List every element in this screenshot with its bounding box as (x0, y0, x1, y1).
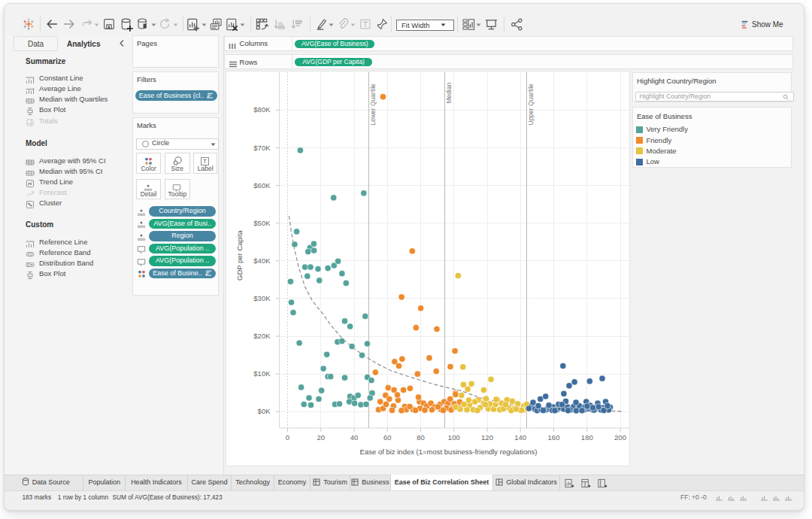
svg-text:0: 0 (285, 433, 289, 442)
svg-text:$50K: $50K (253, 219, 271, 227)
svg-text:80: 80 (417, 433, 425, 442)
svg-text:$0K: $0K (257, 407, 271, 415)
svg-text:120: 120 (481, 433, 493, 442)
svg-text:Ease of biz index (1=most busi: Ease of biz index (1=most business-frien… (359, 448, 537, 456)
svg-text:$60K: $60K (253, 181, 271, 190)
svg-text:160: 160 (547, 433, 559, 442)
svg-text:Median: Median (445, 82, 453, 103)
svg-text:$70K: $70K (253, 144, 271, 152)
svg-text:Lower Quartile: Lower Quartile (369, 83, 377, 126)
svg-text:Upper Quartile: Upper Quartile (527, 83, 535, 126)
svg-text:$80K: $80K (253, 105, 271, 114)
svg-text:$30K: $30K (253, 294, 271, 302)
svg-text:100: 100 (447, 433, 459, 442)
svg-text:20: 20 (317, 433, 325, 442)
svg-text:180: 180 (580, 433, 592, 442)
svg-text:140: 140 (514, 433, 526, 442)
svg-text:40: 40 (350, 433, 358, 442)
svg-text:$40K: $40K (253, 256, 271, 265)
svg-text:$10K: $10K (253, 369, 271, 378)
svg-text:$20K: $20K (253, 332, 271, 340)
svg-text:60: 60 (383, 433, 391, 442)
svg-text:200: 200 (614, 433, 626, 442)
svg-text:GDP per Capita: GDP per Capita (235, 229, 243, 281)
